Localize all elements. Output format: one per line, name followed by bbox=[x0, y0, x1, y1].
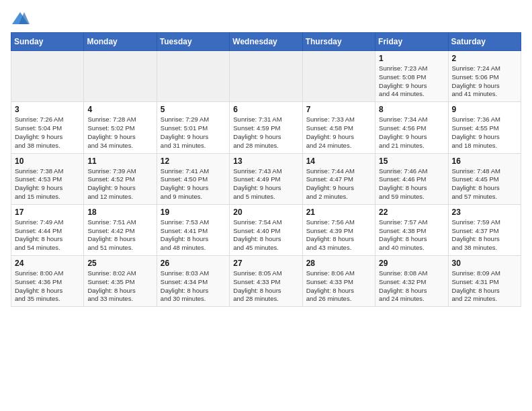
day-info: Sunrise: 8:00 AM Sunset: 4:36 PM Dayligh… bbox=[15, 269, 80, 304]
day-info: Sunrise: 7:38 AM Sunset: 4:53 PM Dayligh… bbox=[15, 167, 80, 201]
calendar-cell: 19Sunrise: 7:53 AM Sunset: 4:41 PM Dayli… bbox=[157, 204, 229, 255]
calendar-cell: 24Sunrise: 8:00 AM Sunset: 4:36 PM Dayli… bbox=[11, 256, 84, 307]
day-number: 7 bbox=[306, 105, 371, 114]
day-info: Sunrise: 8:09 AM Sunset: 4:31 PM Dayligh… bbox=[452, 269, 517, 304]
day-info: Sunrise: 7:24 AM Sunset: 5:06 PM Dayligh… bbox=[452, 64, 517, 99]
day-number: 13 bbox=[233, 156, 298, 166]
calendar-cell: 5Sunrise: 7:29 AM Sunset: 5:01 PM Daylig… bbox=[157, 102, 229, 153]
day-number: 21 bbox=[306, 208, 371, 217]
calendar-header-cell: Wednesday bbox=[230, 33, 302, 51]
day-info: Sunrise: 7:29 AM Sunset: 5:01 PM Dayligh… bbox=[161, 116, 226, 150]
calendar-cell: 2Sunrise: 7:24 AM Sunset: 5:06 PM Daylig… bbox=[448, 51, 521, 102]
day-number: 15 bbox=[379, 156, 444, 166]
calendar-cell: 3Sunrise: 7:26 AM Sunset: 5:04 PM Daylig… bbox=[11, 102, 84, 153]
day-number: 9 bbox=[452, 105, 517, 114]
calendar-cell bbox=[230, 51, 302, 102]
day-info: Sunrise: 7:36 AM Sunset: 4:55 PM Dayligh… bbox=[452, 116, 517, 150]
day-number: 17 bbox=[15, 208, 80, 217]
calendar-cell bbox=[11, 51, 84, 102]
day-info: Sunrise: 7:26 AM Sunset: 5:04 PM Dayligh… bbox=[15, 116, 80, 150]
calendar-cell bbox=[84, 51, 157, 102]
logo bbox=[11, 11, 32, 27]
day-number: 28 bbox=[306, 259, 371, 268]
calendar-cell: 12Sunrise: 7:41 AM Sunset: 4:50 PM Dayli… bbox=[157, 153, 229, 204]
calendar-cell: 26Sunrise: 8:03 AM Sunset: 4:34 PM Dayli… bbox=[157, 256, 229, 307]
day-number: 22 bbox=[379, 208, 444, 217]
day-number: 23 bbox=[452, 208, 517, 217]
day-info: Sunrise: 7:53 AM Sunset: 4:41 PM Dayligh… bbox=[161, 218, 226, 253]
calendar-cell: 7Sunrise: 7:33 AM Sunset: 4:58 PM Daylig… bbox=[302, 102, 375, 153]
day-number: 19 bbox=[161, 208, 226, 217]
calendar-week-row: 17Sunrise: 7:49 AM Sunset: 4:44 PM Dayli… bbox=[11, 204, 521, 255]
calendar-cell: 21Sunrise: 7:56 AM Sunset: 4:39 PM Dayli… bbox=[302, 204, 375, 255]
day-info: Sunrise: 7:59 AM Sunset: 4:37 PM Dayligh… bbox=[452, 218, 517, 253]
calendar-cell: 30Sunrise: 8:09 AM Sunset: 4:31 PM Dayli… bbox=[448, 256, 521, 307]
calendar-header-cell: Tuesday bbox=[157, 33, 229, 51]
calendar-week-row: 10Sunrise: 7:38 AM Sunset: 4:53 PM Dayli… bbox=[11, 153, 521, 204]
day-info: Sunrise: 7:48 AM Sunset: 4:45 PM Dayligh… bbox=[452, 167, 517, 201]
day-number: 30 bbox=[452, 259, 517, 268]
calendar-cell: 22Sunrise: 7:57 AM Sunset: 4:38 PM Dayli… bbox=[375, 204, 448, 255]
day-number: 24 bbox=[15, 259, 80, 268]
day-info: Sunrise: 8:05 AM Sunset: 4:33 PM Dayligh… bbox=[233, 269, 298, 304]
day-info: Sunrise: 7:31 AM Sunset: 4:59 PM Dayligh… bbox=[233, 116, 298, 150]
day-number: 27 bbox=[233, 259, 298, 268]
day-number: 20 bbox=[233, 208, 298, 217]
day-number: 29 bbox=[379, 259, 444, 268]
day-info: Sunrise: 7:56 AM Sunset: 4:39 PM Dayligh… bbox=[306, 218, 371, 253]
calendar-cell: 27Sunrise: 8:05 AM Sunset: 4:33 PM Dayli… bbox=[230, 256, 302, 307]
day-info: Sunrise: 7:46 AM Sunset: 4:46 PM Dayligh… bbox=[379, 167, 444, 201]
calendar-cell: 11Sunrise: 7:39 AM Sunset: 4:52 PM Dayli… bbox=[84, 153, 157, 204]
day-info: Sunrise: 7:54 AM Sunset: 4:40 PM Dayligh… bbox=[233, 218, 298, 253]
day-number: 3 bbox=[15, 105, 80, 114]
day-info: Sunrise: 7:34 AM Sunset: 4:56 PM Dayligh… bbox=[379, 116, 444, 150]
calendar-cell: 25Sunrise: 8:02 AM Sunset: 4:35 PM Dayli… bbox=[84, 256, 157, 307]
calendar-cell: 28Sunrise: 8:06 AM Sunset: 4:33 PM Dayli… bbox=[302, 256, 375, 307]
day-number: 8 bbox=[379, 105, 444, 114]
day-info: Sunrise: 7:57 AM Sunset: 4:38 PM Dayligh… bbox=[379, 218, 444, 253]
calendar-cell: 13Sunrise: 7:43 AM Sunset: 4:49 PM Dayli… bbox=[230, 153, 302, 204]
calendar-table: SundayMondayTuesdayWednesdayThursdayFrid… bbox=[11, 32, 521, 307]
calendar-header-cell: Thursday bbox=[302, 33, 375, 51]
day-info: Sunrise: 7:39 AM Sunset: 4:52 PM Dayligh… bbox=[87, 167, 152, 201]
calendar-cell: 16Sunrise: 7:48 AM Sunset: 4:45 PM Dayli… bbox=[448, 153, 521, 204]
day-info: Sunrise: 7:51 AM Sunset: 4:42 PM Dayligh… bbox=[87, 218, 152, 253]
day-info: Sunrise: 7:49 AM Sunset: 4:44 PM Dayligh… bbox=[15, 218, 80, 253]
calendar-cell: 29Sunrise: 8:08 AM Sunset: 4:32 PM Dayli… bbox=[375, 256, 448, 307]
day-info: Sunrise: 7:33 AM Sunset: 4:58 PM Dayligh… bbox=[306, 116, 371, 150]
calendar-week-row: 3Sunrise: 7:26 AM Sunset: 5:04 PM Daylig… bbox=[11, 102, 521, 153]
calendar-cell: 23Sunrise: 7:59 AM Sunset: 4:37 PM Dayli… bbox=[448, 204, 521, 255]
calendar-cell: 18Sunrise: 7:51 AM Sunset: 4:42 PM Dayli… bbox=[84, 204, 157, 255]
day-info: Sunrise: 7:41 AM Sunset: 4:50 PM Dayligh… bbox=[161, 167, 226, 201]
day-number: 25 bbox=[87, 259, 152, 268]
day-info: Sunrise: 8:06 AM Sunset: 4:33 PM Dayligh… bbox=[306, 269, 371, 304]
calendar-header-cell: Saturday bbox=[448, 33, 521, 51]
day-number: 26 bbox=[161, 259, 226, 268]
logo-icon bbox=[11, 11, 30, 27]
calendar-cell: 4Sunrise: 7:28 AM Sunset: 5:02 PM Daylig… bbox=[84, 102, 157, 153]
calendar-header-cell: Monday bbox=[84, 33, 157, 51]
day-number: 18 bbox=[87, 208, 152, 217]
calendar-cell: 1Sunrise: 7:23 AM Sunset: 5:08 PM Daylig… bbox=[375, 51, 448, 102]
day-info: Sunrise: 7:28 AM Sunset: 5:02 PM Dayligh… bbox=[87, 116, 152, 150]
day-info: Sunrise: 7:43 AM Sunset: 4:49 PM Dayligh… bbox=[233, 167, 298, 201]
day-info: Sunrise: 7:23 AM Sunset: 5:08 PM Dayligh… bbox=[379, 64, 444, 99]
day-number: 5 bbox=[161, 105, 226, 114]
page-header bbox=[11, 11, 521, 27]
calendar-week-row: 24Sunrise: 8:00 AM Sunset: 4:36 PM Dayli… bbox=[11, 256, 521, 307]
calendar-cell: 10Sunrise: 7:38 AM Sunset: 4:53 PM Dayli… bbox=[11, 153, 84, 204]
day-info: Sunrise: 8:08 AM Sunset: 4:32 PM Dayligh… bbox=[379, 269, 444, 304]
day-number: 10 bbox=[15, 156, 80, 166]
day-info: Sunrise: 8:03 AM Sunset: 4:34 PM Dayligh… bbox=[161, 269, 226, 304]
calendar-header-row: SundayMondayTuesdayWednesdayThursdayFrid… bbox=[11, 33, 521, 51]
day-number: 2 bbox=[452, 54, 517, 63]
day-number: 6 bbox=[233, 105, 298, 114]
calendar-header-cell: Sunday bbox=[11, 33, 84, 51]
calendar-cell: 20Sunrise: 7:54 AM Sunset: 4:40 PM Dayli… bbox=[230, 204, 302, 255]
day-number: 1 bbox=[379, 54, 444, 63]
calendar-cell: 8Sunrise: 7:34 AM Sunset: 4:56 PM Daylig… bbox=[375, 102, 448, 153]
calendar-cell: 15Sunrise: 7:46 AM Sunset: 4:46 PM Dayli… bbox=[375, 153, 448, 204]
calendar-cell bbox=[157, 51, 229, 102]
calendar-cell bbox=[302, 51, 375, 102]
day-info: Sunrise: 7:44 AM Sunset: 4:47 PM Dayligh… bbox=[306, 167, 371, 201]
